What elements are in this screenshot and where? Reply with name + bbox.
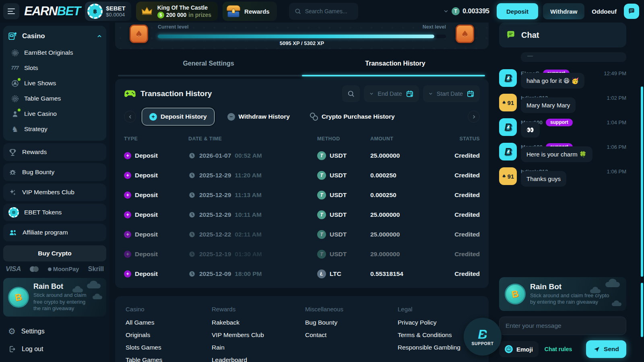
- sidebar-item-slots[interactable]: 777 Slots: [7, 60, 102, 76]
- clock-icon: [188, 270, 196, 278]
- support-badge: support: [546, 119, 573, 126]
- row-status: Credited: [436, 172, 480, 179]
- footer-column-casino: Casino All GamesOriginalsSlots GamesTabl…: [126, 306, 212, 362]
- end-date-picker[interactable]: End Date: [364, 85, 419, 102]
- sidebar-item-live-casino[interactable]: Live Casino: [7, 106, 102, 121]
- live-indicator-dot: [18, 109, 21, 111]
- rain-bot-description: Stick around and claim free crypto by en…: [530, 292, 611, 306]
- chat-messages: B♠ ElenaG support 12:49 PM haha go for i…: [499, 69, 626, 185]
- section-title: Transaction History: [140, 89, 342, 98]
- emoji-button[interactable]: ☺ Emoji: [499, 341, 539, 357]
- table-row[interactable]: +Deposit 2026-01-07 00:52 AM TUSDT 25.00…: [124, 146, 480, 165]
- user-level-avatar[interactable]: ♠91: [499, 167, 517, 185]
- footer-link[interactable]: All Games: [126, 319, 212, 326]
- col-method: METHOD: [317, 136, 370, 142]
- ebet-balance-card[interactable]: $EBET $0.0004: [85, 2, 131, 21]
- scroll-right-button[interactable]: [468, 111, 480, 123]
- search-input[interactable]: [305, 8, 353, 14]
- search-history-button[interactable]: [342, 85, 360, 102]
- sidebar-item-vip-members-club[interactable]: VIP Members Club: [3, 183, 106, 201]
- footer-link[interactable]: Rain: [212, 344, 305, 351]
- hamburger-menu-icon[interactable]: [3, 3, 19, 19]
- calendar-icon: [406, 90, 414, 98]
- row-type: Deposit: [135, 172, 158, 179]
- table-row[interactable]: +Deposit 2025-12-29 11:13 AM TUSDT 0.000…: [124, 185, 480, 205]
- minus-circle-icon: −: [227, 113, 235, 121]
- poker-chip-icon: [8, 207, 19, 218]
- footer-link[interactable]: VIP Members Club: [212, 331, 305, 339]
- support-avatar[interactable]: B♠: [499, 118, 517, 136]
- footer-link[interactable]: Leaderboard: [212, 356, 305, 362]
- scroll-left-button[interactable]: [124, 111, 136, 123]
- withdraw-button[interactable]: Withdraw: [543, 3, 584, 19]
- king-of-the-castle-banner[interactable]: King Of The Castle $ 200 000 in prizes: [136, 2, 218, 21]
- sidebar-item-logout[interactable]: Log out: [3, 340, 106, 358]
- sidebar-item-live-shows[interactable]: Live Shows: [7, 76, 102, 91]
- sidebar-item-strategy[interactable]: ♞ Strategy: [7, 121, 102, 137]
- footer-column-title: Rewards: [212, 306, 305, 313]
- row-date: 2025-12-09: [199, 270, 231, 278]
- chat-message-input[interactable]: [499, 317, 626, 335]
- earnbet-logo[interactable]: EARNBET: [24, 4, 80, 19]
- sidebar-item-table-games[interactable]: Table Games: [7, 91, 102, 106]
- row-amount: 0.55318154: [370, 270, 436, 278]
- username[interactable]: Oddoeuf: [592, 8, 617, 15]
- top-bar: EARNBET $EBET $0.0004 King Of The Castle…: [0, 0, 644, 23]
- support-button[interactable]: B♠ SUPPORT: [464, 318, 502, 356]
- rain-bot-card[interactable]: B Rain Bot Stick around and claim free c…: [499, 277, 626, 311]
- sidebar-item-ebet-tokens[interactable]: EBET Tokens: [3, 204, 106, 221]
- footer-link[interactable]: Slots Games: [126, 344, 212, 351]
- footer-link[interactable]: Originals: [126, 331, 212, 339]
- deposit-plus-icon: +: [124, 211, 131, 218]
- table-row[interactable]: +Deposit 2025-12-29 11:20 AM TUSDT 0.000…: [124, 165, 480, 185]
- transaction-table-body: +Deposit 2026-01-07 00:52 AM TUSDT 25.00…: [124, 146, 480, 284]
- filter-deposit-history[interactable]: + Deposit History: [142, 108, 215, 125]
- buy-crypto-button[interactable]: Buy Crypto: [3, 245, 106, 261]
- sidebar-item-rewards[interactable]: Rewards: [3, 143, 106, 161]
- sidebar-item-casino[interactable]: Casino: [7, 27, 102, 45]
- footer-link[interactable]: Bug Bounty: [305, 319, 398, 326]
- sidebar-item-settings[interactable]: ⚙ Settings: [3, 323, 106, 340]
- bitcoin-coin-icon: B: [8, 287, 29, 308]
- wallet-balance[interactable]: T 0.003395: [443, 7, 489, 15]
- chat-toggle-button[interactable]: [624, 4, 639, 19]
- site-footer: Casino All GamesOriginalsSlots GamesTabl…: [115, 296, 489, 362]
- row-status: Credited: [436, 211, 480, 218]
- sidebar-item-affiliate-program[interactable]: Affiliate program: [3, 224, 106, 241]
- table-row[interactable]: +Deposit 2025-12-29 10:11 AM TUSDT 25.00…: [124, 205, 480, 224]
- chevron-up-icon[interactable]: [97, 33, 102, 39]
- start-date-picker[interactable]: Start Date: [423, 85, 480, 102]
- message-time: 12:49 PM: [604, 70, 626, 76]
- footer-link[interactable]: Table Games: [126, 356, 212, 362]
- tab-transaction-history[interactable]: Transaction History: [302, 56, 489, 76]
- footer-link[interactable]: Privacy Policy: [398, 319, 478, 326]
- earnbet-b-logo-icon: B♠: [478, 328, 487, 341]
- row-status: Credited: [436, 191, 480, 199]
- footer-link[interactable]: Rakeback: [212, 319, 305, 326]
- chat-scrollbar[interactable]: [641, 283, 643, 337]
- send-button[interactable]: Send: [586, 340, 626, 358]
- tab-general-settings[interactable]: General Settings: [115, 56, 302, 76]
- col-datetime: DATE & TIME: [188, 136, 317, 142]
- sidebar-item-earnbet-originals[interactable]: B EarnBet Originals: [7, 45, 102, 60]
- footer-link[interactable]: Contact: [305, 331, 398, 339]
- row-status: Credited: [436, 152, 480, 159]
- chat-scrollbar[interactable]: [641, 86, 643, 277]
- sidebar-item-bug-bounty[interactable]: Bug Bounty: [3, 163, 106, 181]
- filter-withdraw-history[interactable]: − Withdraw History: [220, 108, 297, 125]
- rain-bot-card[interactable]: B Rain Bot Stick around and claim free c…: [3, 278, 106, 317]
- deposit-button[interactable]: Deposit: [497, 3, 538, 19]
- sidebar-item-label: Rewards: [22, 148, 47, 156]
- user-level-avatar[interactable]: ♠91: [499, 94, 517, 111]
- table-row[interactable]: +Deposit 2025-12-09 18:00 PM ŁLTC 0.5531…: [124, 264, 480, 284]
- coin-icon: T: [317, 250, 326, 259]
- filter-crypto-purchase-history[interactable]: Crypto Purchase History: [303, 108, 402, 125]
- xp-progress-track: [158, 35, 446, 38]
- support-avatar[interactable]: B♠: [499, 69, 517, 87]
- chat-rules-link[interactable]: Chat rules: [545, 346, 572, 352]
- table-row[interactable]: +Deposit 2025-12-19 01:30 AM TUSDT 29.00…: [124, 244, 480, 264]
- rewards-banner[interactable]: Rewards: [223, 2, 277, 21]
- support-avatar[interactable]: B♠: [499, 143, 517, 160]
- table-row[interactable]: +Deposit 2025-12-22 02:11 AM TUSDT 25.00…: [124, 224, 480, 244]
- chat-message: B♠ Mary100 support 1:06 PM Here is your …: [499, 143, 626, 160]
